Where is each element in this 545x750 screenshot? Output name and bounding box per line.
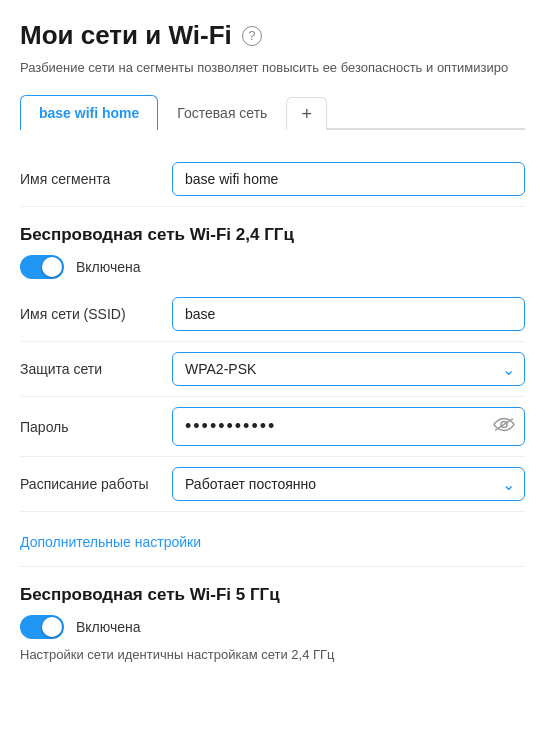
ssid-label: Имя сети (SSID) (20, 306, 160, 322)
password-wrap (172, 407, 525, 446)
wifi5-toggle-knob (42, 617, 62, 637)
segment-name-label: Имя сегмента (20, 171, 160, 187)
password-input[interactable] (172, 407, 525, 446)
tab-guest-network[interactable]: Гостевая сеть (158, 95, 286, 130)
ssid-row: Имя сети (SSID) (20, 287, 525, 342)
wifi24-toggle-row: Включена (20, 255, 525, 279)
divider (20, 566, 525, 567)
wifi24-form: Имя сети (SSID) Защита сети WPA2-PSK WPA… (20, 287, 525, 512)
security-select[interactable]: WPA2-PSK WPA3 None (172, 352, 525, 386)
page-subtitle: Разбиение сети на сегменты позволяет пов… (20, 59, 525, 77)
tab-base-wifi-home[interactable]: base wifi home (20, 95, 158, 130)
security-label: Защита сети (20, 361, 160, 377)
segment-section: Имя сегмента (20, 152, 525, 207)
segment-name-row: Имя сегмента (20, 152, 525, 207)
page-title-text: Мои сети и Wi-Fi (20, 20, 232, 51)
wifi24-toggle-knob (42, 257, 62, 277)
schedule-label: Расписание работы (20, 476, 160, 492)
password-row: Пароль (20, 397, 525, 457)
segment-name-input[interactable] (172, 162, 525, 196)
eye-icon[interactable] (493, 416, 515, 437)
wifi24-heading: Беспроводная сеть Wi-Fi 2,4 ГГц (20, 225, 525, 245)
tab-add-button[interactable]: + (286, 97, 327, 130)
password-label: Пароль (20, 419, 160, 435)
page-title: Мои сети и Wi-Fi ? (20, 20, 525, 51)
security-row: Защита сети WPA2-PSK WPA3 None ⌄ (20, 342, 525, 397)
schedule-row: Расписание работы Работает постоянно По … (20, 457, 525, 512)
schedule-select[interactable]: Работает постоянно По расписанию (172, 467, 525, 501)
tab-bar: base wifi home Гостевая сеть + (20, 95, 525, 130)
wifi24-toggle-label: Включена (76, 259, 141, 275)
wifi5-heading: Беспроводная сеть Wi-Fi 5 ГГц (20, 585, 525, 605)
wifi5-toggle-label: Включена (76, 619, 141, 635)
wifi5-toggle-row: Включена (20, 615, 525, 639)
security-select-wrap: WPA2-PSK WPA3 None ⌄ (172, 352, 525, 386)
wifi5-bottom-note: Настройки сети идентичны настройкам сети… (20, 647, 525, 662)
wifi24-toggle[interactable] (20, 255, 64, 279)
help-icon[interactable]: ? (242, 26, 262, 46)
schedule-select-wrap: Работает постоянно По расписанию ⌄ (172, 467, 525, 501)
wifi5-toggle[interactable] (20, 615, 64, 639)
ssid-input[interactable] (172, 297, 525, 331)
advanced-settings-link[interactable]: Дополнительные настройки (20, 534, 201, 550)
